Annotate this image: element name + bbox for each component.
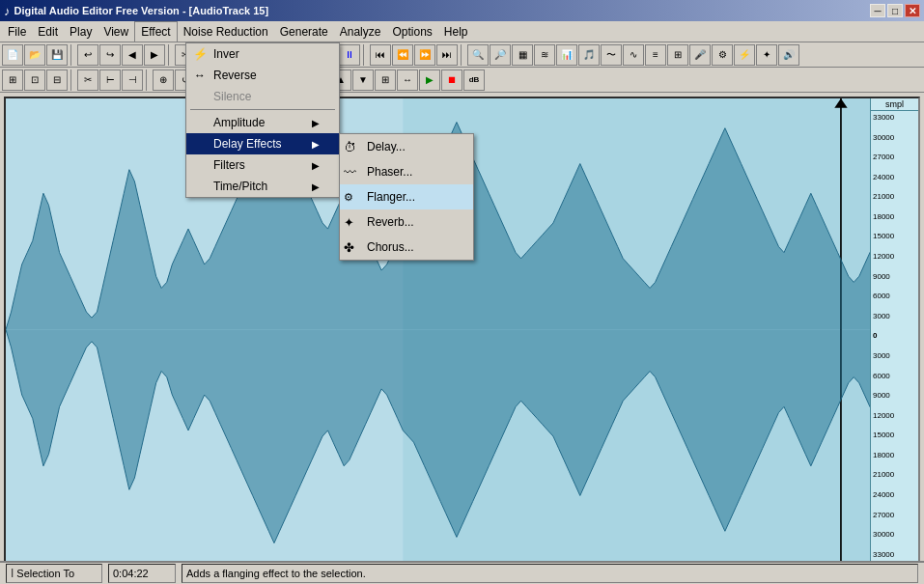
delay-phaser[interactable]: 〰 Phaser... [340,159,473,184]
menu-effect[interactable]: Effect [134,21,177,42]
menu-bar: File Edit Play View Effect Noise Reducti… [0,21,924,42]
time-value: 0:04:22 [113,568,149,579]
tb-next[interactable]: ⏩ [414,44,435,66]
menu-edit[interactable]: Edit [32,21,64,42]
status-message: Adds a flanging effect to the selection. [182,564,918,583]
delay-delay[interactable]: ⏱ Delay... [340,134,473,159]
menu-options[interactable]: Options [386,21,437,42]
menu-generate[interactable]: Generate [274,21,334,42]
tb-wave[interactable]: ∿ [623,44,644,66]
time-pitch-arrow: ▶ [312,181,320,192]
title-bar: ♪ Digital Audio Editor Free Version - [A… [0,0,924,21]
tb-redo[interactable]: ↪ [99,44,121,66]
tb-new[interactable]: 📄 [2,44,23,66]
tb-pause[interactable]: ⏸ [339,44,360,66]
reverse-icon: ↔ [190,66,210,85]
tb2-fx9[interactable]: ▼ [352,70,374,91]
window-title: Digital Audio Editor Free Version - [Aud… [14,5,269,16]
status-bar: I Selection To 0:04:22 Adds a flanging e… [0,561,924,584]
tb-fx1[interactable]: ⚙ [712,44,733,66]
tb2-mix[interactable]: ⊞ [375,70,396,91]
effect-amplitude[interactable]: Amplitude ▶ [186,112,339,133]
tb-fx3[interactable]: ✦ [756,44,777,66]
menu-separator-1 [190,109,335,110]
tb2-rev[interactable]: ↔ [397,70,418,91]
tb-sep-4 [363,44,367,66]
effect-filters[interactable]: Filters ▶ [186,154,339,176]
status-text: Adds a flanging effect to the selection. [186,568,366,579]
amplitude-arrow: ▶ [312,118,320,128]
title-left: ♪ Digital Audio Editor Free Version - [A… [4,4,268,18]
effect-time-pitch[interactable]: Time/Pitch ▶ [186,176,339,197]
reverb-icon: ✦ [344,215,354,230]
selection-label: Selection To [16,568,74,579]
toolbar-1: 📄 📂 💾 ↩ ↪ ◀ ▶ ✂ 📋 📌 ▶ 🔁 ⏺ ⏹ ⏸ ⏮ ⏪ ⏩ ⏭ 🔍 … [0,42,924,68]
tb-end[interactable]: ⏭ [436,44,458,66]
tb-gain[interactable]: 📊 [556,44,577,66]
menu-view[interactable]: View [98,21,134,42]
delay-flanger[interactable]: ⚙ Flanger... [340,184,473,209]
tb-comp[interactable]: ⊞ [667,44,688,66]
tb-voc[interactable]: 🎤 [689,44,711,66]
delay-reverb[interactable]: ✦ Reverb... [340,209,473,235]
menu-noise-reduction[interactable]: Noise Reduction [178,21,274,42]
tb-save[interactable]: 💾 [46,44,68,66]
cursor-icon: I [11,567,14,580]
tb2-trim[interactable]: ⊢ [99,70,121,91]
tb-prev[interactable]: ⏪ [392,44,413,66]
chorus-icon: ✤ [344,240,354,255]
tb2-db[interactable]: dB [463,70,485,91]
tb2-scissors[interactable]: ✂ [77,70,98,91]
delay-icon: ⏱ [344,140,356,154]
tb-begin[interactable]: ⏮ [370,44,391,66]
tb-back[interactable]: ◀ [122,44,143,66]
tb-eq[interactable]: ≡ [645,44,666,66]
tb-undo[interactable]: ↩ [77,44,98,66]
tb-noise[interactable]: 〜 [601,44,622,66]
y-axis-ruler: smpl 33000 30000 27000 24000 21000 18000… [870,98,918,561]
tb-zoom-out[interactable]: 🔎 [490,44,511,66]
effect-inver[interactable]: ⚡ Inver [186,43,339,65]
menu-analyze[interactable]: Analyze [334,21,387,42]
tb-vol[interactable]: 🔊 [778,44,799,66]
tb-sep-5 [461,44,464,66]
tb2-zoom-fit[interactable]: ⊞ [2,70,23,91]
tb-pitch[interactable]: 🎵 [578,44,600,66]
tb-sep-2 [168,44,172,66]
minimize-button[interactable]: ─ [870,4,885,17]
tb2-snap[interactable]: ⊕ [153,70,174,91]
tb-open[interactable]: 📂 [24,44,45,66]
phaser-icon: 〰 [344,165,356,180]
effect-reverse[interactable]: ↔ Reverse [186,65,339,86]
menu-play[interactable]: Play [64,21,98,42]
selection-tool-indicator: I Selection To [6,564,102,583]
tb2-sep-2 [146,70,150,91]
app-icon: ♪ [4,4,11,18]
menu-file[interactable]: File [2,21,32,42]
tb-select[interactable]: ▦ [512,44,533,66]
tb2-play2[interactable]: ▶ [419,70,440,91]
delay-chorus[interactable]: ✤ Chorus... [340,235,473,260]
close-button[interactable]: ✕ [905,4,920,17]
delay-effects-submenu: ⏱ Delay... 〰 Phaser... ⚙ Flanger... ✦ Re… [339,133,474,261]
effect-delay-effects[interactable]: Delay Effects ▶ ⏱ Delay... 〰 Phaser... ⚙… [186,133,339,154]
title-controls[interactable]: ─ □ ✕ [870,4,920,17]
menu-help[interactable]: Help [438,21,474,42]
time-display: 0:04:22 [108,564,176,583]
tb2-zoom-100[interactable]: ⊟ [46,70,68,91]
tb-fwd[interactable]: ▶ [144,44,165,66]
tb2-sep-1 [70,70,74,91]
inver-icon: ⚡ [190,44,210,64]
tb2-stop2[interactable]: ⏹ [441,70,462,91]
tb2-zoom-sel[interactable]: ⊡ [24,70,45,91]
tb-zoom-in[interactable]: 🔍 [467,44,489,66]
maximize-button[interactable]: □ [887,4,903,17]
tb-mix[interactable]: ≋ [534,44,555,66]
delay-effects-arrow: ▶ [312,139,320,150]
effect-menu: ⚡ Inver ↔ Reverse Silence Amplitude ▶ De… [185,42,340,198]
tb2-split[interactable]: ⊣ [122,70,143,91]
toolbar-2: ⊞ ⊡ ⊟ ✂ ⊢ ⊣ ⊕ ↺ ⊸ ⊷ 〜 ∿ ⌇ ⌆ ▲ ▼ ⊞ ↔ ▶ ⏹ … [0,68,924,93]
tb-fx2[interactable]: ⚡ [734,44,755,66]
effect-silence: Silence [186,86,339,107]
flanger-icon: ⚙ [344,191,353,204]
